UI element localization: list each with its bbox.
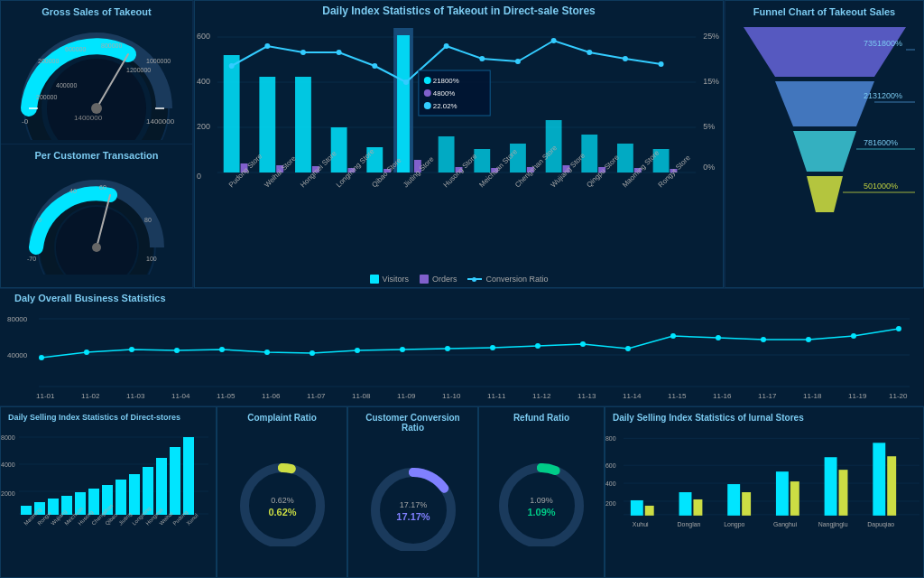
svg-text:0: 0 [38,217,42,223]
svg-text:11-14: 11-14 [623,392,642,400]
svg-text:11-20: 11-20 [889,392,908,400]
svg-text:0.62%: 0.62% [271,496,294,505]
svg-text:1.09%: 1.09% [530,496,553,505]
svg-point-190 [245,468,320,544]
svg-rect-223 [839,470,848,516]
daily-selling-direct-title: Daily Selling Index Statistics of Direct… [1,407,216,424]
svg-rect-176 [183,437,194,515]
svg-text:11-05: 11-05 [217,392,236,400]
svg-text:11-04: 11-04 [171,392,190,400]
svg-point-27 [92,243,101,252]
svg-point-128 [535,343,541,349]
svg-point-78 [623,56,628,61]
svg-marker-100 [744,27,906,77]
svg-text:25%: 25% [703,32,719,41]
svg-text:400: 400 [605,480,616,487]
funnel-title: Funnel Chart of Takeout Sales [725,1,923,19]
svg-point-127 [490,345,495,350]
daily-overall-chart: 80000 40000 11-01 11-02 11-03 11-04 [7,305,913,400]
svg-text:781600%: 781600% [864,138,898,147]
orders-legend-label: Orders [432,275,457,284]
visitors-legend-label: Visitors [383,275,409,284]
svg-point-19 [56,207,137,275]
refund-gauge: 1.09% 1.09% [492,456,591,546]
svg-text:400000: 400000 [56,82,77,89]
svg-rect-40 [224,55,240,172]
svg-point-77 [587,50,592,55]
svg-point-117 [39,355,44,360]
svg-point-69 [300,50,306,55]
svg-rect-51 [397,35,410,172]
svg-text:11-06: 11-06 [262,392,281,400]
svg-text:80: 80 [144,217,152,223]
conversion-title: Customer Conversion Ratio [348,407,477,434]
svg-point-75 [515,59,521,64]
svg-rect-216 [679,492,692,516]
svg-point-135 [851,333,856,339]
svg-marker-101 [775,81,874,126]
svg-text:11-03: 11-03 [126,392,145,400]
svg-marker-103 [807,176,843,212]
svg-text:11-02: 11-02 [81,392,100,400]
svg-text:5%: 5% [703,122,715,131]
svg-rect-219 [742,492,751,516]
svg-point-76 [551,38,557,43]
svg-point-73 [444,43,449,49]
svg-rect-46 [331,127,347,172]
svg-point-123 [310,350,315,356]
svg-text:1000000: 1000000 [146,58,171,64]
svg-point-192 [278,463,287,472]
daily-selling-lurnal-chart: 800 600 400 200 [605,424,923,564]
svg-text:800000: 800000 [101,42,122,49]
svg-text:11-01: 11-01 [36,392,55,400]
svg-rect-172 [129,474,140,515]
svg-text:Longpo: Longpo [724,521,744,528]
svg-text:80000: 80000 [7,315,28,323]
svg-text:200000: 200000 [36,94,57,100]
svg-point-124 [355,348,360,353]
svg-point-120 [174,348,180,353]
svg-point-74 [479,56,485,61]
svg-point-197 [409,468,418,477]
svg-rect-171 [116,480,126,515]
svg-point-122 [264,350,270,355]
per-customer-gauge: -70 100 40 60 0 80 [1,163,192,287]
svg-rect-221 [790,481,799,516]
svg-point-125 [400,347,405,352]
svg-text:1400000: 1400000 [74,114,103,122]
svg-rect-224 [873,443,885,516]
svg-point-68 [264,43,270,49]
svg-point-98 [424,102,431,109]
svg-rect-61 [581,135,597,172]
svg-point-131 [670,333,676,339]
svg-rect-225 [887,456,896,516]
svg-point-94 [424,77,431,84]
svg-point-96 [424,89,431,97]
svg-point-67 [229,63,235,69]
svg-rect-53 [439,136,455,172]
svg-text:-0: -0 [22,117,29,126]
svg-text:40000: 40000 [7,351,28,359]
visitors-legend-dot [370,275,379,284]
svg-text:0%: 0% [703,163,715,172]
svg-text:4000: 4000 [1,461,15,468]
svg-point-133 [761,337,766,342]
svg-text:Dapuqiao: Dapuqiao [867,521,894,528]
svg-text:7351800%: 7351800% [864,39,902,48]
refund-title: Refund Ratio [479,407,604,424]
svg-text:Donglan: Donglan [678,521,701,528]
svg-point-71 [372,63,377,69]
svg-rect-220 [776,471,789,516]
gross-sales-title: Gross Sales of Takeout [34,1,158,19]
svg-text:600000: 600000 [65,46,86,52]
svg-point-132 [716,335,721,340]
svg-rect-215 [645,506,654,516]
svg-text:2000: 2000 [1,490,15,497]
svg-point-118 [84,350,89,355]
svg-text:1.09%: 1.09% [527,507,555,517]
complaint-gauge: 0.62% 0.62% [233,456,332,546]
svg-text:400: 400 [197,77,210,86]
svg-text:0: 0 [197,172,201,181]
svg-text:200000: 200000 [38,58,59,64]
svg-text:2131200%: 2131200% [864,91,902,100]
